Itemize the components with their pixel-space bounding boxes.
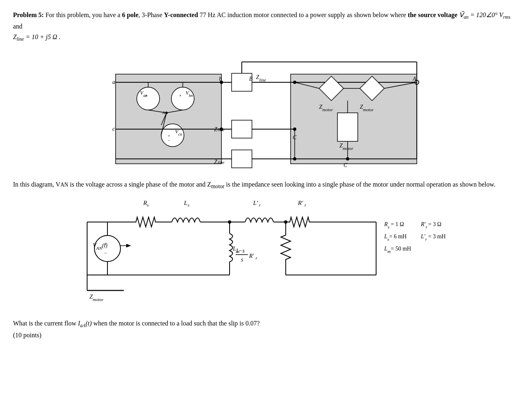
svg-text:s: s bbox=[188, 202, 189, 207]
svg-text:×: × bbox=[145, 93, 147, 98]
q-text2: when the motor is connected to a load su… bbox=[92, 320, 260, 327]
svg-text:R′r: R′r bbox=[420, 221, 428, 229]
question-points: (10 points) bbox=[13, 330, 519, 341]
question-text: What is the current flow IaA(t) when the… bbox=[13, 318, 519, 340]
svg-text:C: C bbox=[344, 162, 348, 168]
svg-point-69 bbox=[346, 157, 349, 161]
svg-rect-40 bbox=[232, 120, 252, 138]
svg-text:+: + bbox=[104, 241, 107, 247]
svg-text:L′: L′ bbox=[253, 200, 258, 206]
svg-rect-47 bbox=[232, 150, 252, 168]
motor-circuit-diagram: R s L s L′ r R′ r Lm bbox=[13, 198, 519, 312]
source-voltage-label: the source voltage bbox=[408, 11, 458, 18]
svg-text:r: r bbox=[256, 255, 258, 260]
svg-text:= 3  Ω: = 3 Ω bbox=[428, 221, 441, 227]
van-sub: AN bbox=[60, 182, 68, 188]
svg-text:Zmotor: Zmotor bbox=[90, 294, 104, 302]
problem-intro: For this problem, you have a bbox=[46, 11, 122, 18]
svg-point-22 bbox=[171, 87, 194, 110]
desc-text2: is the voltage across a single phase of … bbox=[68, 181, 211, 188]
svg-text:= 3  mH: = 3 mH bbox=[428, 233, 446, 240]
motor-circuit-svg: R s L s L′ r R′ r Lm bbox=[83, 198, 449, 312]
q-text1: What is the current flow bbox=[13, 320, 78, 327]
svg-text:line: line bbox=[259, 77, 266, 82]
svg-text:Rs: Rs bbox=[384, 221, 390, 229]
circuit-description: In this diagram, VAN is the voltage acro… bbox=[13, 179, 519, 191]
poles-text: 6 pole bbox=[122, 11, 138, 18]
svg-text:Z: Z bbox=[214, 159, 217, 165]
svg-text:= 1  Ω: = 1 Ω bbox=[391, 221, 404, 227]
svg-rect-61 bbox=[337, 113, 358, 141]
svg-text:line: line bbox=[218, 160, 225, 165]
svg-text:B: B bbox=[249, 76, 253, 82]
problem-number: Problem 5: bbox=[13, 11, 44, 18]
svg-text:Lm: Lm bbox=[384, 246, 391, 254]
problem-statement: Problem 5: For this problem, you have a … bbox=[13, 10, 519, 43]
desc-text3: is the impedance seen looking into a sin… bbox=[224, 181, 495, 188]
svg-text:r: r bbox=[304, 202, 307, 207]
svg-text:R′: R′ bbox=[249, 253, 254, 259]
y-connected: Y-connected bbox=[164, 11, 198, 18]
svg-text:c: c bbox=[112, 126, 115, 132]
svg-text:Ls: Ls bbox=[384, 233, 389, 242]
svg-text:R′: R′ bbox=[298, 200, 303, 206]
circuit-diagram-1: a b Z line B A Van × Vbn × bbox=[13, 50, 519, 176]
freq-text: 77 Hz AC induction motor connected to a … bbox=[198, 11, 408, 18]
svg-text:A: A bbox=[412, 76, 416, 82]
phase-connection: , 3-Phase bbox=[138, 11, 164, 18]
svg-text:L′r: L′r bbox=[420, 233, 427, 242]
svg-text:= 6  mH: = 6 mH bbox=[389, 233, 407, 240]
svg-text:−: − bbox=[168, 138, 170, 143]
svg-text:s: s bbox=[241, 257, 243, 263]
current-label: IaA(t) bbox=[78, 320, 92, 327]
v-tilde: Ṽan = 120∠0° Vrms bbox=[458, 11, 510, 18]
svg-text:−: − bbox=[104, 250, 107, 256]
circuit-svg-1: a b Z line B A Van × Vbn × bbox=[112, 50, 421, 176]
svg-text:r: r bbox=[259, 202, 261, 207]
svg-text:s: s bbox=[147, 202, 149, 207]
svg-text:= 50  mH: = 50 mH bbox=[391, 246, 411, 252]
desc-text1: In this diagram, V bbox=[13, 181, 60, 188]
svg-text:1−s: 1−s bbox=[236, 248, 245, 254]
svg-text:Z: Z bbox=[214, 126, 217, 132]
and-text: and bbox=[13, 23, 22, 30]
svg-text:Z: Z bbox=[256, 74, 259, 80]
svg-text:×: × bbox=[179, 93, 182, 98]
svg-text:L: L bbox=[184, 200, 187, 206]
svg-text:R: R bbox=[143, 200, 147, 206]
zmotor-sub: motor bbox=[211, 184, 224, 190]
z-line-expr: Zline = 10 + j5 Ω . bbox=[13, 33, 61, 40]
question-main: What is the current flow IaA(t) when the… bbox=[13, 318, 519, 330]
svg-rect-0 bbox=[116, 74, 221, 164]
svg-text:a: a bbox=[112, 79, 115, 85]
